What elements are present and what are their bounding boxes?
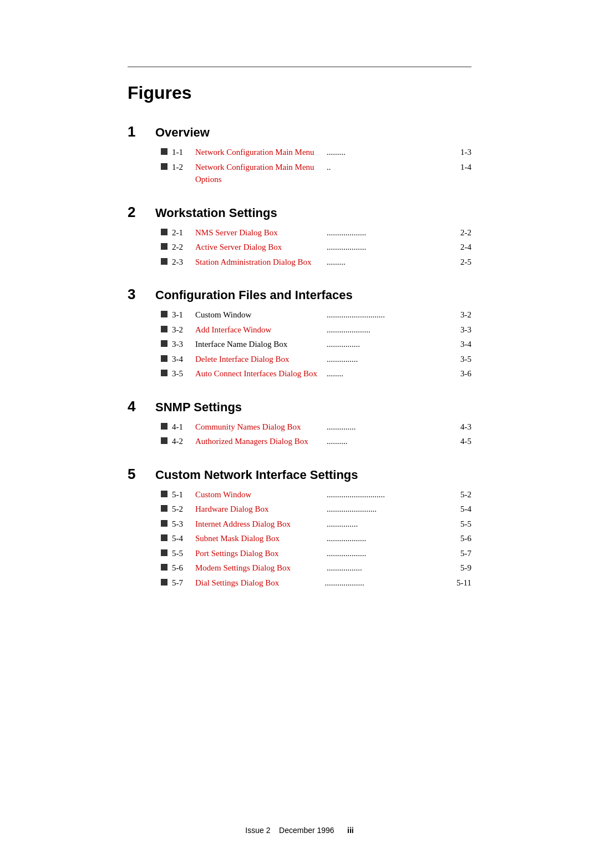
bullet-icon [161,370,167,376]
entry-id: 2-3 [172,256,192,269]
footer-date: December 1996 [279,826,334,835]
bullet-icon [161,311,167,317]
list-item: 5-3Internet Address Dialog Box .........… [161,518,471,531]
entry-dots: ......... [327,256,456,269]
entry-dots: ................. [327,562,456,574]
list-item: 2-1NMS Server Dialog Box ...............… [161,226,471,239]
entry-label[interactable]: Auto Connect Interfaces Dialog Box [195,367,324,380]
entry-id: 1-1 [172,146,192,159]
entry-id: 3-2 [172,324,192,336]
entry-page: 4-5 [460,435,471,448]
page: Figures 1Overview1-1Network Configuratio… [83,0,516,868]
entry-page: 1-3 [460,146,471,159]
entry-label[interactable]: Custom Window [195,488,324,501]
section-number-2: 2 [128,204,155,221]
entry-label[interactable]: Dial Settings Dialog Box [195,577,323,589]
bullet-icon [161,423,167,430]
entry-id: 3-1 [172,309,192,321]
list-item: 1-2Network Configuration Main Menu Optio… [161,161,471,186]
entry-page: 3-6 [460,367,471,380]
list-item: 3-4Delete Interface Dialog Box .........… [161,353,471,366]
section-title-4: SNMP Settings [155,400,242,415]
entry-label[interactable]: Network Configuration Main Menu Options [195,161,324,186]
section-4: 4SNMP Settings4-1Community Names Dialog … [128,398,471,448]
entry-id: 5-2 [172,503,192,516]
entry-id: 3-5 [172,367,192,380]
entry-label[interactable]: Network Configuration Main Menu [195,146,324,159]
list-item: 2-3Station Administration Dialog Box ...… [161,256,471,269]
entry-id: 3-4 [172,353,192,366]
bullet-icon [161,355,167,362]
entry-label[interactable]: Hardware Dialog Box [195,503,324,516]
entry-label[interactable]: Subnet Mask Dialog Box [195,532,324,545]
section-2: 2Workstation Settings2-1NMS Server Dialo… [128,204,471,269]
entry-page: 2-4 [460,241,471,254]
list-item: 5-5Port Settings Dialog Box ............… [161,547,471,560]
entry-page: 5-2 [460,488,471,501]
bullet-icon [161,491,167,497]
list-item: 5-1Custom Window .......................… [161,488,471,501]
entry-label[interactable]: Port Settings Dialog Box [195,547,324,560]
section-3: 3Configuration Files and Interfaces3-1Cu… [128,286,471,380]
section-number-3: 3 [128,286,155,303]
entry-page: 2-2 [460,226,471,239]
list-item: 5-2Hardware Dialog Box .................… [161,503,471,516]
entry-id: 5-1 [172,488,192,501]
entry-dots: .. [327,161,456,174]
entry-label[interactable]: Delete Interface Dialog Box [195,353,324,366]
entry-label[interactable]: Modem Settings Dialog Box [195,562,324,574]
section-title-5: Custom Network Interface Settings [155,468,358,482]
entry-dots: ............................ [327,488,456,501]
list-item: 3-1Custom Window .......................… [161,309,471,321]
footer-page: iii [347,826,354,835]
entry-dots: ................... [327,241,456,254]
entry-dots: ................... [327,532,456,545]
bullet-icon [161,520,167,527]
entry-id: 2-1 [172,226,192,239]
list-item: 5-4Subnet Mask Dialog Box ..............… [161,532,471,545]
top-rule [128,67,471,67]
bullet-icon [161,534,167,541]
entry-page: 3-3 [460,324,471,336]
entry-id: 2-2 [172,241,192,254]
footer: Issue 2 December 1996 iii [83,826,516,835]
entry-label[interactable]: NMS Server Dialog Box [195,226,324,239]
entry-id: 4-1 [172,421,192,433]
bullet-icon [161,229,167,235]
entry-dots: ................... [327,226,456,239]
entry-page: 5-7 [460,547,471,560]
entry-page: 5-4 [460,503,471,516]
entry-page: 5-6 [460,532,471,545]
entry-id: 5-7 [172,577,192,589]
entry-dots: ............................ [327,309,456,321]
entry-dots: ................... [327,547,456,560]
bullet-icon [161,163,167,170]
entry-label[interactable]: Active Server Dialog Box [195,241,324,254]
entry-label[interactable]: Station Administration Dialog Box [195,256,324,269]
entry-label: Interface Name Dialog Box [195,338,324,351]
entry-id: 3-3 [172,338,192,351]
page-title: Figures [128,83,471,103]
entry-dots: ........ [327,367,456,380]
list-item: 5-6Modem Settings Dialog Box ...........… [161,562,471,574]
entry-dots: ............... [327,353,456,366]
entry-dots: ............... [327,518,456,531]
bullet-icon [161,579,167,586]
entry-label[interactable]: Add Interface Window [195,324,324,336]
entry-id: 5-5 [172,547,192,560]
section-number-5: 5 [128,466,155,483]
bullet-icon [161,549,167,556]
entry-label[interactable]: Community Names Dialog Box [195,421,324,433]
list-item: 3-5Auto Connect Interfaces Dialog Box ..… [161,367,471,380]
entry-label[interactable]: Authorized Managers Dialog Box [195,435,324,448]
entry-label[interactable]: Internet Address Dialog Box [195,518,324,531]
entry-label: Custom Window [195,309,324,321]
entry-page: 1-4 [460,161,471,174]
section-title-2: Workstation Settings [155,206,277,220]
footer-issue: Issue 2 [245,826,270,835]
entry-page: 3-2 [460,309,471,321]
section-5: 5Custom Network Interface Settings5-1Cus… [128,466,471,589]
entry-dots: ......... [327,146,456,159]
bullet-icon [161,148,167,155]
bullet-icon [161,340,167,347]
